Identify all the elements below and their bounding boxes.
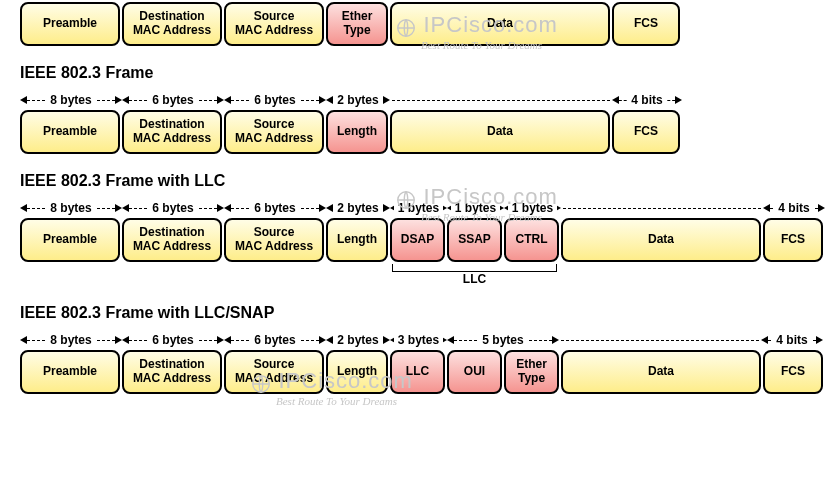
frame-field: FCS — [763, 350, 823, 394]
field-label: FCS — [781, 365, 805, 379]
frame-field: OUI — [447, 350, 502, 394]
size-text: 3 bytes — [394, 333, 443, 347]
size-text: 6 bytes — [250, 201, 299, 215]
size-row: 8 bytes6 bytes6 bytes2 bytes3 bytes5 byt… — [20, 330, 825, 350]
size-text: 6 bytes — [250, 333, 299, 347]
frame-field: Length — [326, 110, 388, 154]
field-label: LLC — [406, 365, 429, 379]
frame-field: FCS — [763, 218, 823, 262]
size-label: 6 bytes — [122, 90, 224, 110]
size-label — [612, 0, 682, 2]
field-label: Ether Type — [516, 358, 547, 386]
frame-field: Source MAC Address — [224, 350, 324, 394]
size-label — [559, 330, 761, 350]
size-text: 6 bytes — [250, 93, 299, 107]
size-text: 8 bytes — [46, 333, 95, 347]
size-label: 6 bytes — [224, 90, 326, 110]
field-row: PreambleDestination MAC AddressSource MA… — [20, 2, 825, 46]
frame-title: IEEE 802.3 Frame with LLC — [20, 172, 825, 190]
size-label: 1 bytes — [504, 198, 561, 218]
frame-field: Length — [326, 218, 388, 262]
frame-field: FCS — [612, 110, 680, 154]
size-label: 2 bytes — [326, 330, 390, 350]
field-label: Data — [648, 365, 674, 379]
size-label — [390, 0, 612, 2]
size-label: 6 bytes — [224, 330, 326, 350]
field-label: DSAP — [401, 233, 434, 247]
size-row: 8 bytes6 bytes6 bytes2 bytes1 bytes1 byt… — [20, 198, 825, 218]
size-label — [122, 0, 224, 2]
size-label: 2 bytes — [326, 90, 390, 110]
frame-title: IEEE 802.3 Frame with LLC/SNAP — [20, 304, 825, 322]
frame-title: IEEE 802.3 Frame — [20, 64, 825, 82]
size-text: 2 bytes — [333, 333, 382, 347]
frame-field: LLC — [390, 350, 445, 394]
field-label: Source MAC Address — [235, 118, 313, 146]
field-label: CTRL — [516, 233, 548, 247]
frame-field: Preamble — [20, 110, 120, 154]
frame-field: Destination MAC Address — [122, 110, 222, 154]
size-label: 6 bytes — [224, 198, 326, 218]
size-label: 3 bytes — [390, 330, 447, 350]
field-label: Source MAC Address — [235, 358, 313, 386]
size-text: 4 bits — [627, 93, 666, 107]
brace-row: LLC — [20, 262, 825, 286]
field-label: Preamble — [43, 365, 97, 379]
size-label: 4 bits — [763, 198, 825, 218]
frame-field: Data — [390, 2, 610, 46]
frame-field: Destination MAC Address — [122, 350, 222, 394]
field-label: Source MAC Address — [235, 226, 313, 254]
field-row: PreambleDestination MAC AddressSource MA… — [20, 218, 825, 262]
size-label — [390, 90, 612, 110]
field-label: Destination MAC Address — [133, 226, 211, 254]
frame-field: FCS — [612, 2, 680, 46]
frame-field: SSAP — [447, 218, 502, 262]
field-label: Preamble — [43, 125, 97, 139]
frame-field: DSAP — [390, 218, 445, 262]
field-label: Destination MAC Address — [133, 10, 211, 38]
field-label: Destination MAC Address — [133, 118, 211, 146]
frame-section: PreambleDestination MAC AddressSource MA… — [0, 0, 835, 46]
watermark-subtitle: Best Route To Your Dreams — [276, 395, 413, 407]
size-label: 2 bytes — [326, 198, 390, 218]
field-label: Preamble — [43, 17, 97, 31]
frame-field: Data — [390, 110, 610, 154]
frame-field: Preamble — [20, 350, 120, 394]
frame-field: Length — [326, 350, 388, 394]
size-label: 4 bits — [761, 330, 823, 350]
size-text: 8 bytes — [46, 201, 95, 215]
size-row: 8 bytes6 bytes6 bytes2 bytes4 bits — [20, 90, 825, 110]
frame-field: Data — [561, 350, 761, 394]
size-text: 4 bits — [772, 333, 811, 347]
field-label: FCS — [781, 233, 805, 247]
frame-field: Source MAC Address — [224, 2, 324, 46]
frame-section: IEEE 802.3 Frame with LLC8 bytes6 bytes6… — [0, 172, 835, 286]
field-label: Preamble — [43, 233, 97, 247]
size-text: 1 bytes — [451, 201, 500, 215]
size-label: 6 bytes — [122, 330, 224, 350]
size-text: 1 bytes — [394, 201, 443, 215]
size-label: 5 bytes — [447, 330, 559, 350]
frame-field: Ether Type — [504, 350, 559, 394]
size-text: 2 bytes — [333, 93, 382, 107]
brace-text: LLC — [390, 272, 559, 286]
size-label — [224, 0, 326, 2]
frame-field: Source MAC Address — [224, 218, 324, 262]
field-label: FCS — [634, 17, 658, 31]
size-text: 2 bytes — [333, 201, 382, 215]
field-label: Length — [337, 125, 377, 139]
size-label: 1 bytes — [390, 198, 447, 218]
size-label — [561, 198, 763, 218]
frame-field: Preamble — [20, 2, 120, 46]
field-row: PreambleDestination MAC AddressSource MA… — [20, 350, 825, 394]
field-label: Data — [487, 125, 513, 139]
field-label: Length — [337, 365, 377, 379]
field-label: OUI — [464, 365, 485, 379]
size-label — [326, 0, 390, 2]
field-label: SSAP — [458, 233, 491, 247]
size-text: 4 bits — [774, 201, 813, 215]
size-label: 4 bits — [612, 90, 682, 110]
size-text: 6 bytes — [148, 333, 197, 347]
frame-field: Destination MAC Address — [122, 2, 222, 46]
field-row: PreambleDestination MAC AddressSource MA… — [20, 110, 825, 154]
